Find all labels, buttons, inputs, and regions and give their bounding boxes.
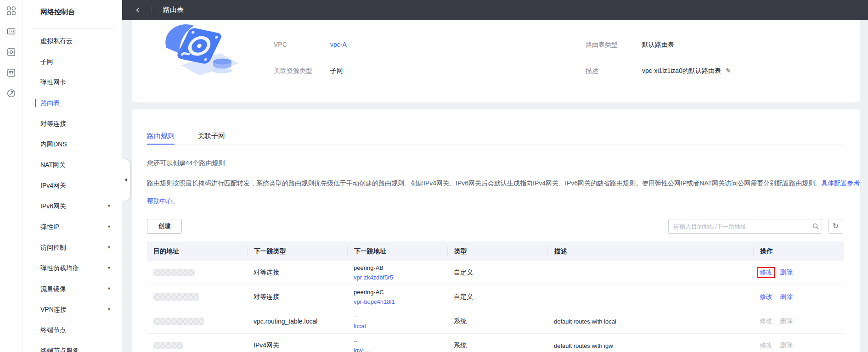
redacted-destination: [153, 293, 199, 301]
sidebar-item-label: 子网: [40, 58, 53, 65]
bandwidth-icon[interactable]: [6, 88, 17, 99]
sidebar-item-label: 访问控制: [40, 244, 66, 251]
sidebar-item-label: IPv4网关: [40, 182, 66, 189]
cell-description: default routes with igw: [547, 342, 753, 349]
sidebar-item-label: 虚拟私有云: [40, 37, 73, 45]
sidebar-item[interactable]: 内网DNS ▼: [23, 134, 122, 155]
table-header-row: 目的地址 下一跳类型 下一跳地址 类型 描述 操作: [147, 241, 844, 261]
vpc-link[interactable]: vpc-A: [330, 41, 347, 48]
field-vpc-label: VPC: [274, 41, 287, 48]
col-next-hop-type: 下一跳类型: [247, 246, 347, 256]
redacted-destination: [153, 342, 183, 349]
page-topbar: 路由表: [122, 0, 868, 20]
dashboard-icon[interactable]: [6, 5, 17, 16]
sidebar-item[interactable]: 虚拟私有云 ▼: [23, 31, 122, 51]
cell-type: 系统: [447, 341, 547, 350]
field-resource-type: 关联资源类型: [274, 67, 312, 75]
delete-link[interactable]: 删除: [780, 268, 793, 277]
rules-description-line2: 帮助中心。: [147, 196, 179, 206]
collapse-left-icon: [124, 178, 127, 182]
next-hop-link[interactable]: vpr-zk4zdbf5r5: [354, 274, 447, 281]
sidebar-item[interactable]: 对等连接 ▼: [23, 113, 122, 134]
route-table-overview-card: VPC vpc-A 关联资源类型 子网 路由表类型 默认路由表 描述 vpc-x…: [132, 20, 860, 102]
next-hop-link[interactable]: local: [354, 323, 447, 330]
service-icon-rail: [0, 0, 23, 352]
sidebar-item[interactable]: IPv6网关 ▼: [23, 196, 122, 217]
next-hop-name: --: [354, 313, 447, 320]
sidebar-item-label: NAT网关: [40, 161, 66, 168]
col-next-hop-address: 下一跳地址: [347, 246, 447, 256]
table-row: vpc.routing_table.local -- local 系统 defa…: [147, 309, 844, 334]
sidebar-item[interactable]: 弹性负载均衡 ▼: [23, 258, 122, 279]
modify-link[interactable]: 修改: [760, 293, 772, 301]
sidebar-collapse-handle[interactable]: [122, 159, 130, 201]
next-hop-name: --: [354, 338, 447, 344]
search-icon[interactable]: [810, 223, 822, 230]
sidebar-item-label: 内网DNS: [40, 140, 67, 148]
topbar-divider: [152, 6, 152, 14]
next-hop-link[interactable]: igw-…: [354, 347, 447, 352]
create-button[interactable]: 创建: [147, 219, 182, 234]
network-console-sidebar: 网络控制台 虚拟私有云 ▼ 子网 ▼ 弹性网卡 ▼ 路由表 ▼ 对等连接 ▼ 内…: [23, 0, 122, 352]
search-box: [668, 219, 822, 234]
sidebar-item-label: 流量镜像: [40, 285, 66, 292]
sidebar-item[interactable]: 终端节点服务 ▼: [23, 341, 122, 352]
sidebar-item[interactable]: 子网 ▼: [23, 51, 122, 72]
tabbar-underline: [147, 145, 844, 145]
sidebar-item-label: 终端节点服务: [40, 347, 79, 352]
next-hop-link[interactable]: vpr-bupc4n18l1: [354, 299, 447, 305]
col-description: 描述: [547, 246, 753, 256]
ipv6-gateway-icon[interactable]: [6, 67, 17, 78]
sidebar-item-label: 对等连接: [40, 120, 66, 127]
redacted-destination: [153, 269, 195, 276]
sidebar-item[interactable]: 弹性网卡 ▼: [23, 72, 122, 93]
modify-link[interactable]: 修改: [760, 341, 772, 350]
sidebar-item[interactable]: 路由表 ▼: [23, 93, 122, 113]
modify-link[interactable]: 修改: [757, 267, 775, 278]
field-description: 描述: [586, 67, 598, 75]
modify-link[interactable]: 修改: [760, 317, 772, 325]
sidebar-item-label: 弹性负载均衡: [40, 264, 79, 272]
ipv4-gateway-icon[interactable]: [6, 46, 17, 57]
sidebar-item-label: 弹性IP: [40, 223, 59, 230]
field-vpc-value: vpc-A: [330, 40, 347, 49]
sidebar-divider: [31, 28, 114, 29]
chevron-down-icon: ▼: [107, 196, 111, 217]
rules-description: 路由规则按照最长掩码进行匹配转发，系统类型的路由规则优先级低于手动创建的路由规则…: [147, 179, 860, 188]
cell-next-hop-type: IPv4网关: [247, 341, 347, 350]
page-title: 路由表: [163, 6, 184, 14]
help-center-link[interactable]: 帮助中心。: [147, 197, 179, 205]
back-button[interactable]: [135, 6, 143, 14]
sidebar-item[interactable]: VPN连接 ▼: [23, 299, 122, 320]
tab-route-rules[interactable]: 路由规则: [147, 131, 175, 145]
table-row: IPv4网关 -- igw-… 系统 default routes with i…: [147, 334, 844, 352]
sidebar-item-label: 路由表: [40, 99, 60, 106]
sidebar-item[interactable]: 流量镜像 ▼: [23, 279, 122, 299]
sidebar-item[interactable]: IPv4网关 ▼: [23, 175, 122, 196]
delete-link[interactable]: 删除: [780, 341, 793, 350]
cell-type: 自定义: [447, 293, 547, 301]
sidebar-item[interactable]: 终端节点 ▼: [23, 320, 122, 341]
delete-link[interactable]: 删除: [780, 317, 793, 325]
refresh-icon: ↻: [833, 222, 839, 230]
sidebar-item[interactable]: NAT网关 ▼: [23, 155, 122, 175]
next-hop-name: peering-AB: [354, 265, 447, 271]
chevron-left-icon: [135, 7, 141, 13]
search-input[interactable]: [669, 223, 810, 230]
sidebar-item[interactable]: 访问控制 ▼: [23, 237, 122, 258]
refresh-button[interactable]: ↻: [828, 219, 843, 234]
route-rules-card: 路由规则 关联子网 您还可以创建44个路由规则 路由规则按照最长掩码进行匹配转发…: [132, 109, 860, 352]
tab-bar: 路由规则 关联子网: [147, 131, 225, 145]
delete-link[interactable]: 删除: [780, 293, 793, 301]
tab-associated-subnets[interactable]: 关联子网: [197, 131, 225, 145]
field-route-table-type-label: 路由表类型: [586, 41, 618, 48]
sidebar-item[interactable]: 弹性IP ▼: [23, 217, 122, 237]
field-route-table-type-value: 默认路由表: [642, 40, 674, 49]
cell-description: default routes with local: [547, 318, 753, 325]
table-row: 对等连接 peering-AB vpr-zk4zdbf5r5 自定义 修改删除: [147, 261, 844, 285]
cell-next-hop-type: 对等连接: [247, 293, 347, 301]
table-body: 对等连接 peering-AB vpr-zk4zdbf5r5 自定义 修改删除 …: [147, 261, 844, 352]
edit-description-icon[interactable]: ✎: [726, 67, 731, 74]
vpc-service-icon[interactable]: [6, 26, 17, 37]
config-reference-link[interactable]: 具体配置参考: [821, 179, 860, 187]
